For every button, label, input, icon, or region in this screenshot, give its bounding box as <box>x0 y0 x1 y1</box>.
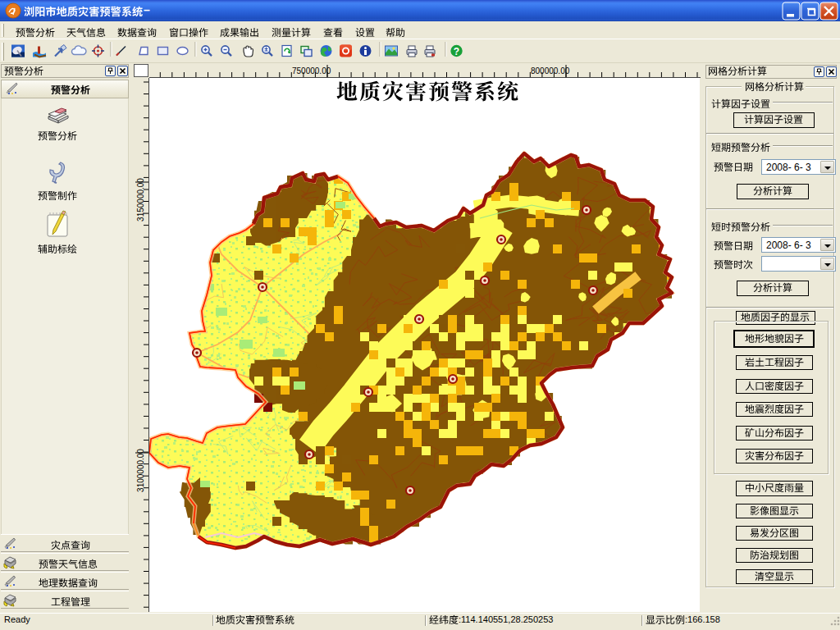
svg-text:?: ? <box>454 46 459 57</box>
